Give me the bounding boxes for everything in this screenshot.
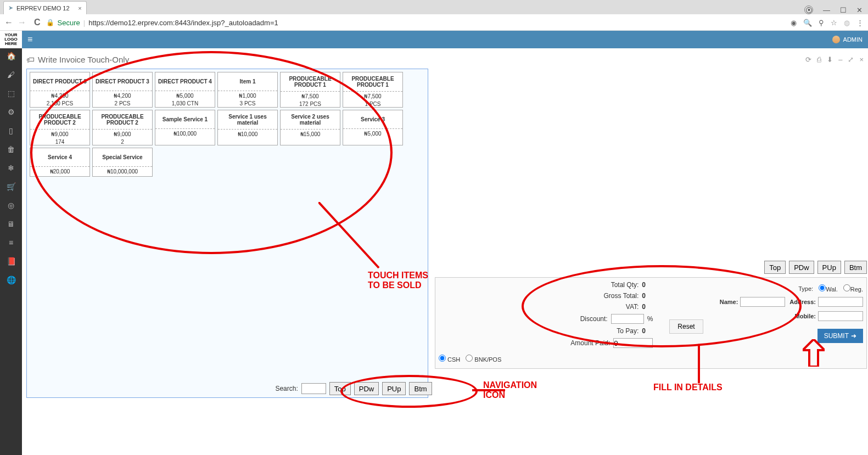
url-field[interactable]: 🔒 Secure | https://demo12.erprev.com:844… — [46, 19, 785, 27]
top-button[interactable]: Top — [329, 382, 351, 395]
key-icon[interactable]: ⚲ — [819, 19, 824, 27]
tag-icon: 🏷 — [26, 55, 35, 64]
search-input[interactable] — [301, 383, 326, 394]
total-qty-label: Total Qty: — [611, 281, 639, 289]
pdw-button[interactable]: PDw — [354, 382, 379, 395]
star-icon[interactable]: ☆ — [831, 19, 837, 27]
pup-button[interactable]: PUp — [382, 382, 406, 395]
menu-toggle-icon[interactable]: ≡ — [27, 35, 32, 44]
wal-radio[interactable]: Wal. — [819, 284, 838, 293]
product-tile[interactable]: Sample Service 1₦100,000 — [155, 110, 215, 145]
pdw2-button[interactable]: PDw — [789, 261, 814, 274]
close-panel-icon[interactable]: × — [859, 55, 864, 64]
product-price: ₦10,000,000 — [93, 167, 152, 176]
product-tile[interactable]: Service 3₦5,000 — [343, 110, 403, 145]
product-grid: DIRECT PRODUCT 3₦4,2002,100 PCSDIRECT PR… — [30, 72, 425, 177]
page-header: 🏷 Write Invoice Touch-Only ⟳ ⎙ ⬇ – ⤢ × — [26, 53, 867, 69]
tab-bar: ➤ ERPREV DEMO 12 × ⦿ — ☐ ✕ — [0, 0, 868, 14]
product-tile[interactable]: DIRECT PRODUCT 3₦4,2002 PCS — [92, 72, 153, 108]
coins-icon[interactable]: ◎ — [8, 201, 14, 210]
minimize-icon[interactable]: — — [823, 6, 830, 14]
product-tile[interactable]: Special Service₦10,000,000 — [92, 148, 153, 177]
product-tile[interactable]: Service 1 uses material₦10,000 — [217, 110, 278, 145]
reset-button[interactable]: Reset — [669, 319, 703, 334]
product-price: ₦20,000 — [30, 167, 89, 176]
print-icon[interactable]: ⎙ — [817, 55, 821, 64]
product-name: DIRECT PRODUCT 3 — [93, 72, 152, 91]
address-input[interactable] — [818, 297, 863, 307]
product-tile[interactable]: Item 1₦1,0003 PCS — [217, 72, 278, 108]
browser-tab[interactable]: ➤ ERPREV DEMO 12 × — [3, 1, 87, 14]
arrow-right-icon: ➜ — [851, 332, 856, 340]
brush-icon[interactable]: 🖌 — [7, 70, 15, 79]
refresh-icon[interactable]: ⟳ — [805, 55, 811, 64]
name-input[interactable] — [740, 297, 785, 307]
mobile-label: Mobile: — [795, 313, 816, 319]
product-qty: 2 PCS — [93, 100, 152, 106]
bnkpos-radio[interactable]: BNK/POS — [466, 355, 501, 363]
product-price: ₦9,000 — [30, 130, 89, 139]
paid-label: Amount Paid: — [570, 339, 610, 347]
close-window-icon[interactable]: ✕ — [856, 6, 863, 14]
product-tile[interactable]: PRODUCEABLE PRODUCT 1₦7,500172 PCS — [280, 72, 340, 108]
forward-icon[interactable]: → — [18, 18, 26, 27]
product-price: ₦5,000 — [155, 91, 215, 100]
user-menu[interactable]: ADMIN — [832, 36, 863, 43]
user-avatar-icon — [832, 36, 840, 43]
top2-button[interactable]: Top — [764, 261, 786, 274]
product-tile[interactable]: DIRECT PRODUCT 3₦4,2002,100 PCS — [30, 72, 90, 108]
minus-icon[interactable]: – — [838, 55, 842, 64]
product-tile[interactable]: PRODUCEABLE PRODUCT 1₦7,5001 PCS — [343, 72, 403, 108]
product-name: DIRECT PRODUCT 3 — [30, 72, 89, 91]
pup2-button[interactable]: PUp — [817, 261, 841, 274]
cart-icon[interactable]: 🛒 — [7, 182, 16, 191]
gears-icon[interactable]: ⚙ — [8, 108, 15, 116]
maximize-icon[interactable]: ☐ — [840, 6, 847, 14]
csh-radio[interactable]: CSH — [439, 355, 460, 363]
paid-input[interactable] — [613, 338, 653, 348]
product-tile[interactable]: Service 2 uses material₦15,000 — [280, 110, 340, 145]
tablet-icon[interactable]: ▯ — [9, 126, 13, 135]
browser-chrome: ➤ ERPREV DEMO 12 × ⦿ — ☐ ✕ ← → C 🔒 Secur… — [0, 0, 868, 31]
secure-label: Secure — [58, 19, 80, 27]
tab-favicon: ➤ — [8, 4, 13, 12]
product-tile[interactable]: DIRECT PRODUCT 4₦5,0001,030 CTN — [155, 72, 215, 108]
btm-button[interactable]: Btm — [409, 382, 432, 395]
expand-icon[interactable]: ⤢ — [848, 55, 854, 64]
globe2-icon[interactable]: 🌐 — [7, 276, 16, 284]
product-panel: DIRECT PRODUCT 3₦4,2002,100 PCSDIRECT PR… — [26, 69, 428, 398]
vat-value: 0 — [642, 303, 653, 311]
logo[interactable]: YOUR LOGO HERE — [0, 31, 22, 48]
book-icon[interactable]: 📕 — [7, 257, 16, 266]
back-icon[interactable]: ← — [4, 18, 13, 27]
product-tile[interactable]: PRODUCEABLE PRODUCT 2₦9,0002 — [92, 110, 153, 145]
mobile-input[interactable] — [818, 311, 863, 321]
product-name: Service 1 uses material — [218, 110, 277, 130]
zoom-icon[interactable]: 🔍 — [803, 19, 812, 27]
product-tile[interactable]: Service 4₦20,000 — [30, 148, 90, 177]
trash-icon[interactable]: 🗑 — [7, 145, 15, 154]
product-name: PRODUCEABLE PRODUCT 2 — [30, 110, 89, 130]
monitor-icon[interactable]: 🖥 — [7, 220, 15, 228]
discount-input[interactable] — [611, 314, 644, 324]
menu-icon[interactable]: ⋮ — [856, 19, 864, 27]
dashboard-icon[interactable]: 🏠 — [7, 52, 16, 60]
product-price: ₦7,500 — [281, 92, 340, 101]
eye-icon[interactable]: ◉ — [791, 19, 797, 27]
reg-radio[interactable]: Reg. — [843, 284, 863, 293]
snow-icon[interactable]: ❄ — [8, 164, 14, 172]
reload-icon[interactable]: C — [34, 18, 41, 27]
btm2-button[interactable]: Btm — [844, 261, 867, 274]
address-label: Address: — [789, 299, 816, 305]
money-icon[interactable]: ⬚ — [8, 89, 15, 98]
database-icon[interactable]: ≡ — [9, 238, 13, 247]
globe-icon[interactable]: ◍ — [844, 19, 850, 27]
close-tab-icon[interactable]: × — [78, 5, 81, 12]
download-icon[interactable]: ⬇ — [827, 55, 833, 64]
product-price: ₦4,200 — [93, 91, 152, 100]
topay-label: To Pay: — [617, 327, 639, 335]
profile-icon[interactable]: ⦿ — [804, 5, 813, 14]
product-name: Service 2 uses material — [281, 110, 340, 130]
product-tile[interactable]: PRODUCEABLE PRODUCT 2₦9,000174 — [30, 110, 90, 145]
search-label: Search: — [275, 385, 298, 392]
